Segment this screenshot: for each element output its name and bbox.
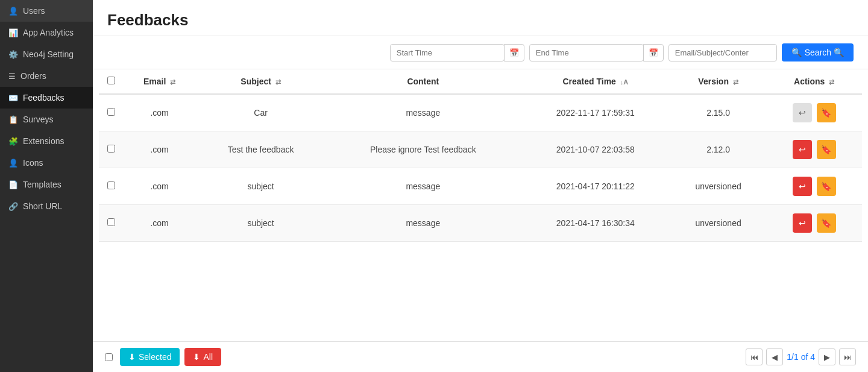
row-email-1: .com xyxy=(123,131,196,168)
table-row: .com subject message 2021-04-17 20:11:22… xyxy=(99,168,862,205)
sidebar-icon-icons: 👤 xyxy=(8,159,18,168)
created-time-sort-icon[interactable]: ↓A xyxy=(620,78,628,86)
row-content-2: message xyxy=(326,168,521,205)
start-time-input[interactable] xyxy=(390,44,505,61)
search-content-input[interactable] xyxy=(668,44,777,61)
pag-last-btn[interactable]: ⏭ xyxy=(839,348,856,365)
row-created-time-0: 2022-11-17 17:59:31 xyxy=(521,94,670,131)
row-version-2: unversioned xyxy=(670,168,766,205)
sidebar-label-short-url: Short URL xyxy=(23,201,62,211)
page-header: Feedbacks xyxy=(93,0,868,36)
bookmark-btn-3[interactable]: 🔖 xyxy=(817,213,836,233)
sidebar-icon-users: 👤 xyxy=(8,7,18,16)
row-email-0: .com xyxy=(123,94,196,131)
search-button[interactable]: 🔍 Search 🔍 xyxy=(782,43,854,61)
select-all-checkbox[interactable] xyxy=(107,77,115,84)
row-check-1[interactable] xyxy=(107,145,115,153)
reply-btn-1[interactable]: ↩ xyxy=(793,140,812,159)
pag-prev-btn[interactable]: ◀ xyxy=(766,348,783,365)
row-email-3: .com xyxy=(123,205,196,242)
pag-next-btn[interactable]: ▶ xyxy=(819,348,835,365)
sidebar-icon-orders: ☰ xyxy=(8,72,16,81)
bookmark-btn-1[interactable]: 🔖 xyxy=(817,140,836,159)
sidebar-label-app-analytics: App Analytics xyxy=(23,28,74,37)
sidebar-label-users: Users xyxy=(23,6,45,16)
table-body: .com Car message 2022-11-17 17:59:31 2.1… xyxy=(99,94,862,242)
reply-btn-0[interactable]: ↩ xyxy=(793,103,812,122)
sidebar-label-templates: Templates xyxy=(23,180,61,189)
row-content-0: message xyxy=(326,94,521,131)
toolbar: 📅 📅 🔍 Search 🔍 xyxy=(93,36,868,69)
selected-button[interactable]: ⬇ Selected xyxy=(120,348,180,366)
end-time-calendar-btn[interactable]: 📅 xyxy=(643,44,664,61)
pagination: ⏮ ◀ 1/1 of 4 ▶ ⏭ xyxy=(746,348,856,365)
col-created-time: Created Time ↓A xyxy=(521,69,670,94)
row-email-2: .com xyxy=(123,168,196,205)
subject-sort-icon[interactable]: ⇄ xyxy=(275,78,281,86)
all-button[interactable]: ⬇ All xyxy=(184,348,221,366)
row-checkbox-1 xyxy=(99,131,123,168)
start-time-group: 📅 xyxy=(390,44,524,61)
email-sort-icon[interactable]: ⇄ xyxy=(170,78,175,86)
row-check-0[interactable] xyxy=(107,108,115,116)
sidebar-item-neo4j-setting[interactable]: ⚙️ Neo4j Setting xyxy=(0,43,93,65)
pag-info: 1/1 of 4 xyxy=(787,352,815,362)
sidebar-item-short-url[interactable]: 🔗 Short URL xyxy=(0,195,93,217)
row-check-3[interactable] xyxy=(107,218,115,226)
bookmark-btn-0[interactable]: 🔖 xyxy=(817,103,836,122)
select-all-col xyxy=(99,69,123,94)
sidebar-item-extensions[interactable]: 🧩 Extensions xyxy=(0,130,93,152)
sidebar-item-users[interactable]: 👤 Users xyxy=(0,0,93,22)
row-checkbox-2 xyxy=(99,168,123,205)
sidebar-item-surveys[interactable]: 📋 Surveys xyxy=(0,109,93,130)
sidebar-item-orders[interactable]: ☰ Orders xyxy=(0,65,93,87)
sidebar-label-orders: Orders xyxy=(20,71,46,81)
all-label: All xyxy=(203,352,213,362)
col-actions: Actions ⇄ xyxy=(766,69,862,94)
row-subject-0: Car xyxy=(196,94,326,131)
end-time-input[interactable] xyxy=(529,44,644,61)
pag-first-btn[interactable]: ⏮ xyxy=(746,348,763,365)
sidebar-icon-short-url: 🔗 xyxy=(8,202,18,211)
sidebar-icon-surveys: 📋 xyxy=(8,115,18,124)
bookmark-btn-2[interactable]: 🔖 xyxy=(817,177,836,196)
row-actions-3: ↩ 🔖 xyxy=(766,205,862,242)
selected-label: Selected xyxy=(139,352,171,362)
footer-select-all-checkbox[interactable] xyxy=(105,353,113,361)
sidebar-icon-templates: 📄 xyxy=(8,180,18,189)
selected-icon: ⬇ xyxy=(128,352,136,362)
sidebar-label-neo4j-setting: Neo4j Setting xyxy=(23,49,74,59)
row-checkbox-0 xyxy=(99,94,123,131)
table-row: .com Car message 2022-11-17 17:59:31 2.1… xyxy=(99,94,862,131)
row-created-time-2: 2021-04-17 20:11:22 xyxy=(521,168,670,205)
reply-btn-3[interactable]: ↩ xyxy=(793,213,812,233)
row-version-0: 2.15.0 xyxy=(670,94,766,131)
start-time-calendar-btn[interactable]: 📅 xyxy=(504,44,524,61)
version-sort-icon[interactable]: ⇄ xyxy=(733,78,738,86)
row-content-3: message xyxy=(326,205,521,242)
search-label: Search 🔍 xyxy=(805,48,844,57)
reply-btn-2[interactable]: ↩ xyxy=(793,177,812,196)
table-row: .com subject message 2021-04-17 16:30:34… xyxy=(99,205,862,242)
sidebar-label-icons: Icons xyxy=(23,158,43,168)
sidebar-item-templates[interactable]: 📄 Templates xyxy=(0,174,93,195)
row-check-2[interactable] xyxy=(107,181,115,189)
sidebar: 👤 Users 📊 App Analytics ⚙️ Neo4j Setting… xyxy=(0,0,93,372)
sidebar-item-app-analytics[interactable]: 📊 App Analytics xyxy=(0,22,93,43)
row-subject-3: subject xyxy=(196,205,326,242)
col-email: Email ⇄ xyxy=(123,69,196,94)
row-actions-2: ↩ 🔖 xyxy=(766,168,862,205)
sidebar-item-icons[interactable]: 👤 Icons xyxy=(0,152,93,174)
sidebar-item-feedbacks[interactable]: ✉️ Feedbacks xyxy=(0,87,93,109)
footer-left: ⬇ Selected ⬇ All xyxy=(105,348,221,366)
row-version-1: 2.12.0 xyxy=(670,131,766,168)
table-header: Email ⇄ Subject ⇄ Content Created Time ↓… xyxy=(99,69,862,94)
col-content: Content xyxy=(326,69,521,94)
actions-sort-icon[interactable]: ⇄ xyxy=(829,78,834,86)
sidebar-icon-app-analytics: 📊 xyxy=(8,28,18,37)
row-created-time-1: 2021-10-07 22:03:58 xyxy=(521,131,670,168)
feedbacks-table: Email ⇄ Subject ⇄ Content Created Time ↓… xyxy=(99,69,862,242)
col-version: Version ⇄ xyxy=(670,69,766,94)
sidebar-label-surveys: Surveys xyxy=(23,115,54,124)
main-content: Feedbacks 📅 📅 🔍 Search 🔍 Email ⇄ xyxy=(93,0,868,372)
